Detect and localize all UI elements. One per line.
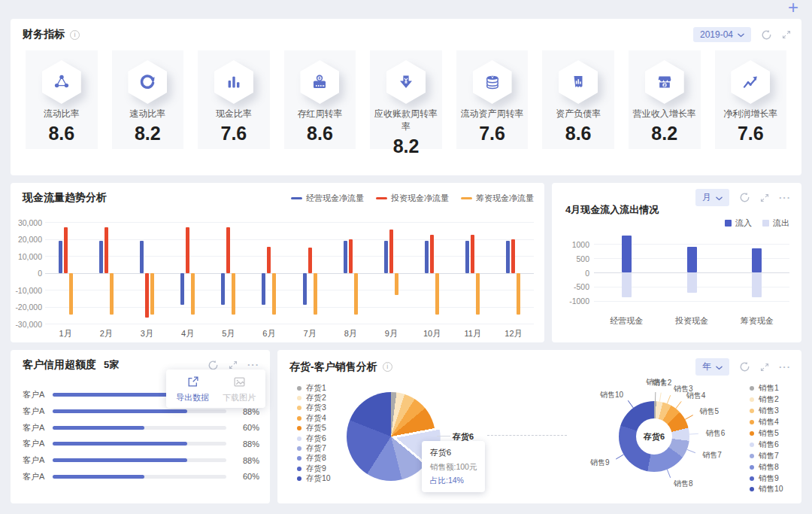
- cashflow-bar[interactable]: [517, 273, 520, 315]
- legend-item[interactable]: 销售3: [750, 406, 783, 417]
- period-filter-dropdown[interactable]: 月: [695, 189, 729, 206]
- cashflow-bar[interactable]: [389, 230, 393, 272]
- metric-card: 净利润增长率 7.6: [715, 50, 787, 149]
- metric-label: 资产负债率: [542, 108, 614, 120]
- cashflow-bar[interactable]: [186, 227, 189, 273]
- inout-bar[interactable]: [687, 272, 697, 293]
- legend-item[interactable]: 存货6: [297, 433, 331, 443]
- credit-row[interactable]: 客户A 60%: [23, 419, 259, 436]
- cashflow-bar[interactable]: [221, 273, 225, 306]
- download-image-menu-item[interactable]: 下载图片: [223, 376, 256, 403]
- expand-icon[interactable]: [782, 30, 791, 39]
- legend-item[interactable]: 经营现金净流量: [291, 193, 364, 204]
- cashflow-bar[interactable]: [395, 273, 398, 295]
- legend-item[interactable]: 流出: [762, 217, 789, 229]
- cashflow-bar[interactable]: [303, 273, 307, 306]
- cashflow-bar[interactable]: [506, 241, 510, 273]
- legend-item[interactable]: 存货9: [297, 464, 331, 473]
- legend-item[interactable]: 销售5: [750, 428, 783, 439]
- legend-item[interactable]: 销售8: [750, 461, 783, 473]
- legend-item[interactable]: 存货3: [297, 403, 331, 413]
- cashflow-bar[interactable]: [64, 227, 68, 273]
- cashflow-bar[interactable]: [435, 273, 439, 315]
- credit-row[interactable]: 客户A 88%: [23, 436, 259, 452]
- more-options-icon[interactable]: ···: [779, 194, 791, 202]
- legend-item[interactable]: 存货2: [297, 393, 331, 403]
- legend-item[interactable]: 存货1: [297, 383, 331, 393]
- add-widget-button[interactable]: +: [788, 0, 798, 17]
- legend-marker: [297, 406, 301, 410]
- legend-item[interactable]: 投资现金净流量: [376, 193, 449, 204]
- legend-item[interactable]: 销售2: [750, 394, 783, 406]
- export-data-menu-item[interactable]: 导出数据: [176, 376, 209, 403]
- cashflow-bar[interactable]: [267, 247, 271, 273]
- legend-item[interactable]: 存货5: [297, 424, 331, 433]
- cashflow-bar[interactable]: [354, 273, 358, 315]
- donut-callout-label: 销售10: [599, 391, 624, 399]
- inout-bar[interactable]: [622, 236, 632, 272]
- legend-item[interactable]: 存货7: [297, 443, 331, 453]
- legend-item[interactable]: 存货10: [297, 474, 331, 484]
- legend-item[interactable]: 存货8: [297, 454, 331, 464]
- expand-icon[interactable]: [229, 360, 238, 370]
- cashflow-bar[interactable]: [180, 273, 184, 306]
- inout-bar[interactable]: [687, 247, 697, 272]
- legend-item[interactable]: 销售10: [750, 484, 783, 495]
- cashflow-bar[interactable]: [344, 241, 347, 273]
- y-axis-tick: -20,000: [12, 303, 42, 312]
- legend-item[interactable]: 销售7: [750, 450, 783, 461]
- legend-item[interactable]: 销售9: [750, 473, 783, 484]
- refresh-icon[interactable]: [739, 192, 750, 203]
- legend-item[interactable]: 销售4: [750, 417, 783, 428]
- legend-item[interactable]: 流入: [725, 217, 752, 229]
- cashflow-bar[interactable]: [425, 241, 429, 273]
- cashflow-bar[interactable]: [110, 273, 114, 315]
- legend-item[interactable]: 销售1: [750, 383, 783, 394]
- metric-card: 营业收入增长率 8.2: [629, 50, 701, 149]
- chevron-down-icon: [738, 29, 744, 40]
- more-options-icon[interactable]: ···: [247, 361, 259, 369]
- cashflow-bar[interactable]: [69, 273, 73, 315]
- inout-bar[interactable]: [752, 272, 762, 297]
- legend-item[interactable]: 筹资现金净流量: [461, 193, 534, 204]
- cashflow-bar[interactable]: [232, 273, 235, 315]
- cashflow-bar[interactable]: [226, 227, 230, 273]
- cashflow-bar[interactable]: [511, 239, 515, 273]
- date-filter-dropdown[interactable]: 2019-04: [693, 27, 751, 42]
- cashflow-bar[interactable]: [191, 273, 195, 315]
- cashflow-bar[interactable]: [349, 239, 353, 273]
- cashflow-bar[interactable]: [308, 248, 312, 273]
- legend-marker: [297, 476, 301, 481]
- cashflow-bar[interactable]: [145, 273, 149, 318]
- sales-donut-chart[interactable]: 存货6: [619, 401, 689, 472]
- cashflow-bar[interactable]: [476, 273, 480, 315]
- legend-item[interactable]: 销售6: [750, 439, 783, 450]
- metric-label: 应收账款周转率率: [370, 108, 442, 133]
- cashflow-bar[interactable]: [262, 273, 265, 306]
- cashflow-bar[interactable]: [99, 241, 103, 273]
- legend-marker: [725, 220, 732, 227]
- inout-bar[interactable]: [622, 272, 632, 297]
- cashflow-bar[interactable]: [314, 273, 317, 315]
- metric-value: 8.6: [542, 123, 614, 144]
- inout-bar[interactable]: [752, 248, 762, 272]
- cashflow-bar[interactable]: [105, 227, 108, 273]
- cashflow-bar[interactable]: [430, 235, 434, 273]
- metric-label: 营业收入增长率: [629, 108, 701, 120]
- more-options-icon[interactable]: ···: [779, 363, 791, 371]
- credit-row[interactable]: 客户A 60%: [23, 468, 259, 485]
- cashflow-bar[interactable]: [471, 235, 474, 273]
- cashflow-bar[interactable]: [272, 273, 276, 315]
- cashflow-bar[interactable]: [59, 241, 62, 273]
- expand-icon[interactable]: [760, 193, 769, 202]
- cashflow-bar[interactable]: [140, 241, 144, 273]
- cashflow-bar[interactable]: [384, 241, 388, 273]
- expand-icon[interactable]: [760, 363, 769, 372]
- legend-item[interactable]: 存货4: [297, 413, 331, 423]
- info-icon[interactable]: i: [70, 30, 80, 40]
- cashflow-bar[interactable]: [465, 241, 469, 273]
- credit-row[interactable]: 客户A 88%: [23, 452, 259, 469]
- refresh-icon[interactable]: [761, 29, 772, 41]
- cashflow-bar[interactable]: [150, 273, 154, 315]
- info-icon[interactable]: i: [383, 362, 392, 372]
